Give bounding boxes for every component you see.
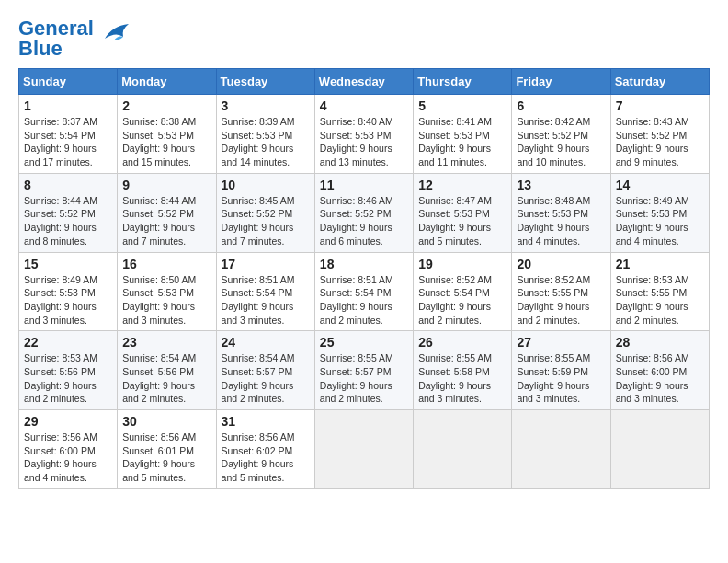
calendar-cell: 13 Sunrise: 8:48 AMSunset: 5:53 PMDaylig… [512,173,610,252]
day-detail: Sunrise: 8:53 AMSunset: 5:55 PMDaylight:… [616,274,689,326]
day-number: 21 [616,257,704,271]
col-header-thursday: Thursday [414,69,512,95]
col-header-sunday: Sunday [19,69,118,95]
day-detail: Sunrise: 8:47 AMSunset: 5:53 PMDaylight:… [418,195,492,247]
calendar-cell: 18 Sunrise: 8:51 AMSunset: 5:54 PMDaylig… [314,252,413,331]
col-header-monday: Monday [118,69,216,95]
calendar-body: 1 Sunrise: 8:37 AMSunset: 5:54 PMDayligh… [19,95,710,489]
day-number: 14 [616,178,704,192]
day-number: 6 [517,98,605,113]
calendar-cell: 28 Sunrise: 8:56 AMSunset: 6:00 PMDaylig… [610,331,709,410]
day-number: 28 [616,335,704,350]
calendar-cell: 24 Sunrise: 8:54 AMSunset: 5:57 PMDaylig… [216,331,314,410]
calendar-cell: 21 Sunrise: 8:53 AMSunset: 5:55 PMDaylig… [610,252,709,331]
day-detail: Sunrise: 8:56 AMSunset: 6:00 PMDaylight:… [616,352,689,404]
calendar-cell: 22 Sunrise: 8:53 AMSunset: 5:56 PMDaylig… [19,331,118,410]
day-detail: Sunrise: 8:43 AMSunset: 5:52 PMDaylight:… [616,116,689,167]
day-number: 24 [222,335,310,350]
logo-bird-icon [96,22,129,48]
day-number: 15 [24,257,112,271]
day-number: 4 [320,98,408,113]
day-detail: Sunrise: 8:49 AMSunset: 5:53 PMDaylight:… [616,195,689,247]
calendar-header-row: SundayMondayTuesdayWednesdayThursdayFrid… [19,69,710,95]
day-detail: Sunrise: 8:56 AMSunset: 6:02 PMDaylight:… [222,431,295,483]
logo: General Blue [18,18,129,59]
calendar-cell: 14 Sunrise: 8:49 AMSunset: 5:53 PMDaylig… [610,173,709,252]
logo-text: General Blue [18,18,94,59]
calendar-cell: 5 Sunrise: 8:41 AMSunset: 5:53 PMDayligh… [414,95,512,174]
day-number: 31 [222,414,310,429]
calendar-cell: 27 Sunrise: 8:55 AMSunset: 5:59 PMDaylig… [512,331,610,410]
calendar-cell: 26 Sunrise: 8:55 AMSunset: 5:58 PMDaylig… [414,331,512,410]
calendar-week-3: 15 Sunrise: 8:49 AMSunset: 5:53 PMDaylig… [19,252,710,331]
day-detail: Sunrise: 8:39 AMSunset: 5:53 PMDaylight:… [222,116,295,167]
day-number: 5 [418,98,506,113]
calendar-cell [512,410,610,489]
day-number: 27 [517,335,605,350]
day-detail: Sunrise: 8:55 AMSunset: 5:59 PMDaylight:… [517,352,590,404]
calendar-cell: 10 Sunrise: 8:45 AMSunset: 5:52 PMDaylig… [216,173,314,252]
day-detail: Sunrise: 8:49 AMSunset: 5:53 PMDaylight:… [24,274,97,326]
day-detail: Sunrise: 8:52 AMSunset: 5:55 PMDaylight:… [517,274,590,326]
calendar-cell: 3 Sunrise: 8:39 AMSunset: 5:53 PMDayligh… [216,95,314,174]
col-header-tuesday: Tuesday [216,69,314,95]
calendar-cell: 12 Sunrise: 8:47 AMSunset: 5:53 PMDaylig… [414,173,512,252]
day-number: 10 [222,178,310,192]
calendar-cell: 19 Sunrise: 8:52 AMSunset: 5:54 PMDaylig… [414,252,512,331]
day-number: 8 [24,178,112,192]
day-detail: Sunrise: 8:55 AMSunset: 5:58 PMDaylight:… [418,352,492,404]
col-header-friday: Friday [512,69,610,95]
day-number: 3 [222,98,310,113]
day-detail: Sunrise: 8:52 AMSunset: 5:54 PMDaylight:… [418,274,492,326]
calendar-cell: 11 Sunrise: 8:46 AMSunset: 5:52 PMDaylig… [314,173,413,252]
day-detail: Sunrise: 8:51 AMSunset: 5:54 PMDaylight:… [320,274,393,326]
calendar-cell: 8 Sunrise: 8:44 AMSunset: 5:52 PMDayligh… [19,173,118,252]
day-detail: Sunrise: 8:45 AMSunset: 5:52 PMDaylight:… [222,195,295,247]
day-detail: Sunrise: 8:48 AMSunset: 5:53 PMDaylight:… [517,195,590,247]
day-number: 16 [122,257,210,271]
calendar-week-2: 8 Sunrise: 8:44 AMSunset: 5:52 PMDayligh… [19,173,710,252]
day-number: 13 [517,178,605,192]
calendar-cell: 16 Sunrise: 8:50 AMSunset: 5:53 PMDaylig… [118,252,216,331]
day-number: 23 [122,335,210,350]
day-detail: Sunrise: 8:38 AMSunset: 5:53 PMDaylight:… [122,116,196,167]
calendar-cell: 25 Sunrise: 8:55 AMSunset: 5:57 PMDaylig… [314,331,413,410]
calendar-cell: 9 Sunrise: 8:44 AMSunset: 5:52 PMDayligh… [118,173,216,252]
calendar-cell: 7 Sunrise: 8:43 AMSunset: 5:52 PMDayligh… [610,95,709,174]
day-number: 12 [418,178,506,192]
day-number: 17 [222,257,310,271]
day-detail: Sunrise: 8:41 AMSunset: 5:53 PMDaylight:… [418,116,492,167]
calendar-cell: 1 Sunrise: 8:37 AMSunset: 5:54 PMDayligh… [19,95,118,174]
day-detail: Sunrise: 8:54 AMSunset: 5:56 PMDaylight:… [122,352,196,404]
day-number: 22 [24,335,112,350]
day-detail: Sunrise: 8:50 AMSunset: 5:53 PMDaylight:… [122,274,196,326]
calendar-cell: 4 Sunrise: 8:40 AMSunset: 5:53 PMDayligh… [314,95,413,174]
day-detail: Sunrise: 8:54 AMSunset: 5:57 PMDaylight:… [222,352,295,404]
calendar-cell [610,410,709,489]
col-header-wednesday: Wednesday [314,69,413,95]
calendar-cell: 15 Sunrise: 8:49 AMSunset: 5:53 PMDaylig… [19,252,118,331]
day-detail: Sunrise: 8:53 AMSunset: 5:56 PMDaylight:… [24,352,97,404]
day-detail: Sunrise: 8:46 AMSunset: 5:52 PMDaylight:… [320,195,393,247]
calendar-cell [414,410,512,489]
day-detail: Sunrise: 8:37 AMSunset: 5:54 PMDaylight:… [24,116,97,167]
calendar-cell: 2 Sunrise: 8:38 AMSunset: 5:53 PMDayligh… [118,95,216,174]
col-header-saturday: Saturday [610,69,709,95]
calendar-cell: 30 Sunrise: 8:56 AMSunset: 6:01 PMDaylig… [118,410,216,489]
day-number: 2 [122,98,210,113]
page-header: General Blue [18,18,710,59]
calendar-table: SundayMondayTuesdayWednesdayThursdayFrid… [18,68,710,489]
calendar-week-4: 22 Sunrise: 8:53 AMSunset: 5:56 PMDaylig… [19,331,710,410]
day-number: 25 [320,335,408,350]
day-number: 20 [517,257,605,271]
day-number: 7 [616,98,704,113]
day-number: 11 [320,178,408,192]
logo-blue: Blue [18,37,63,60]
day-detail: Sunrise: 8:56 AMSunset: 6:00 PMDaylight:… [24,431,97,483]
day-detail: Sunrise: 8:56 AMSunset: 6:01 PMDaylight:… [122,431,196,483]
day-number: 19 [418,257,506,271]
calendar-cell [314,410,413,489]
day-detail: Sunrise: 8:40 AMSunset: 5:53 PMDaylight:… [320,116,393,167]
day-number: 1 [24,98,112,113]
day-detail: Sunrise: 8:44 AMSunset: 5:52 PMDaylight:… [122,195,196,247]
